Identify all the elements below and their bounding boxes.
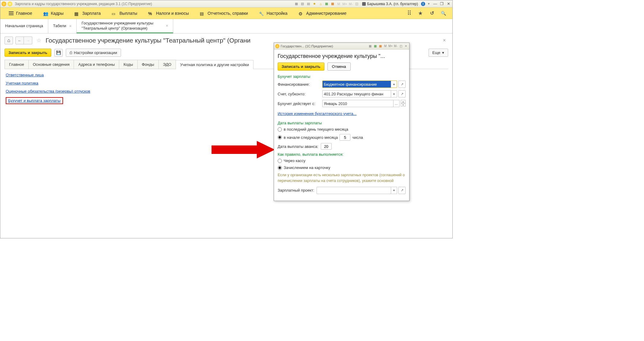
valid-from-input[interactable]: Январь 2010 …	[322, 100, 400, 107]
tb-mplus-btn[interactable]: M+	[342, 2, 347, 6]
tb-tool-1[interactable]: ▦	[294, 2, 299, 6]
nav-vyplaty-label: Выплаты	[120, 11, 137, 16]
save-button[interactable]	[54, 49, 63, 57]
chevron-down-icon: ▾	[442, 50, 444, 55]
subtab-codes[interactable]: Коды	[119, 60, 137, 69]
subtab-edo[interactable]: ЭДО	[158, 60, 176, 69]
financing-combo[interactable]: Бюджетное финансирование ▾	[322, 81, 397, 88]
account-combo[interactable]: 401.20 Расходы текущего финан ▾	[322, 90, 397, 97]
advance-label: Дата выплаты аванса:	[278, 144, 318, 149]
paymethod-radio-cash[interactable]: Через кассу	[278, 158, 406, 163]
nav-zarplata[interactable]: Зарплата	[69, 8, 106, 19]
popup-tb-mminus[interactable]: M-	[394, 44, 398, 48]
more-label: Еще	[432, 50, 440, 55]
valid-from-ellipsis[interactable]: …	[393, 100, 399, 107]
tb-info-drop[interactable]: ▾	[426, 2, 431, 6]
app-dropdown-icon[interactable]	[8, 2, 12, 6]
nav-kadry[interactable]: Кадры	[38, 8, 69, 19]
doctab-tabeli[interactable]: Табели✕	[48, 19, 77, 33]
project-label: Зарплатный проект:	[278, 188, 314, 193]
tb-calc-icon[interactable]: ▦	[324, 2, 329, 6]
popup-save-close[interactable]: Записать и закрыть	[278, 62, 324, 71]
paydate-day-input[interactable]	[340, 134, 350, 141]
nav-nastroyka-label: Настройка	[267, 11, 288, 16]
doctab-org-label: Государственное учреждение культуры "Теа…	[81, 21, 163, 31]
link-reserves[interactable]: Оценочные обязательства (резервы) отпуск…	[6, 89, 90, 94]
popup-tb-1[interactable]: ▦	[368, 44, 372, 48]
popup-tb-cal[interactable]: ▦	[378, 44, 382, 48]
tb-tool-2[interactable]: ▧	[300, 2, 305, 6]
apps-grid-icon[interactable]	[406, 10, 412, 16]
search-icon[interactable]	[440, 10, 446, 16]
tb-mminus-btn[interactable]: M-	[348, 2, 353, 6]
tb-info-icon[interactable]: i	[421, 2, 425, 6]
subtab-main[interactable]: Главное	[5, 60, 29, 69]
project-dropdown-icon[interactable]: ▾	[391, 187, 397, 194]
back-button[interactable]: ←	[15, 37, 24, 44]
account-dropdown-icon[interactable]: ▾	[391, 91, 397, 97]
tb-tool-3[interactable]: ▤	[306, 2, 311, 6]
project-open-button[interactable]: ↗	[398, 187, 406, 194]
history-icon[interactable]	[429, 10, 435, 16]
favorite-star-icon[interactable]: ☆	[37, 37, 41, 44]
valid-from-spinner[interactable]: ▴ ▾	[401, 100, 406, 107]
save-icon	[56, 50, 61, 55]
popup-tb-calc[interactable]: ▦	[373, 44, 377, 48]
nav-vyplaty[interactable]: Выплаты	[106, 8, 143, 19]
nav-admin[interactable]: Администрирование	[293, 8, 352, 19]
doctab-org[interactable]: Государственное учреждение культуры "Теа…	[77, 19, 173, 33]
paydate-radio-last-label: в последний день текущего месяца	[284, 127, 348, 132]
project-combo[interactable]: ▾	[317, 187, 397, 194]
doctab-org-close[interactable]: ✕	[166, 24, 168, 27]
tb-home-icon[interactable]: ⌂	[318, 2, 323, 6]
spinner-up-icon[interactable]: ▴	[401, 100, 406, 103]
doctab-start[interactable]: Начальная страница	[0, 19, 48, 33]
tb-m-btn[interactable]: M	[336, 2, 341, 6]
popup-tb-m[interactable]: M	[383, 44, 387, 48]
paymethod-radio-card[interactable]: Зачислением на карточку	[278, 165, 406, 170]
forward-button[interactable]: →	[24, 37, 32, 44]
save-close-button[interactable]: Записать и закрыть	[5, 49, 51, 57]
spinner-down-icon[interactable]: ▾	[401, 103, 406, 107]
popup-tb-mplus[interactable]: M+	[388, 44, 393, 48]
financing-open-button[interactable]: ↗	[398, 81, 406, 88]
nav-nastroyka[interactable]: Настройка	[253, 8, 293, 19]
tb-calendar-icon[interactable]: ▦	[330, 2, 335, 6]
section-paydate: Дата выплаты зарплаты	[278, 121, 406, 125]
window-close[interactable]: ✕	[446, 2, 451, 6]
section-paymethod: Как правило, выплата выполняется:	[278, 152, 406, 157]
percent-icon	[148, 11, 154, 15]
link-payroll-accounting[interactable]: Бухучет и выплата зарплаты	[8, 98, 61, 103]
popup-cancel[interactable]: Отмена	[327, 62, 351, 71]
subtab-basic[interactable]: Основные сведения	[28, 60, 74, 69]
popup-close[interactable]: ✕	[404, 44, 408, 48]
home-button[interactable]	[5, 37, 13, 44]
nav-main[interactable]: Главное	[3, 8, 38, 19]
link-accounting-policy[interactable]: Учетная политика	[6, 81, 38, 85]
advance-input[interactable]	[321, 143, 332, 150]
popup-restore[interactable]: ◫	[399, 44, 403, 48]
favorites-icon[interactable]	[417, 10, 423, 16]
window-minimize[interactable]: —	[432, 2, 438, 6]
financing-dropdown-icon[interactable]: ▾	[391, 81, 397, 88]
link-responsible[interactable]: Ответственные лица	[6, 73, 44, 77]
popup-window-title: Государствен... (1С:Предприятие)	[281, 44, 333, 48]
subtab-address[interactable]: Адреса и телефоны	[74, 60, 119, 69]
tb-windows-icon[interactable]: ◫	[354, 2, 359, 6]
paymethod-cash-label: Через кассу	[284, 158, 305, 163]
doctab-tabeli-close[interactable]: ✕	[69, 24, 72, 28]
tb-user[interactable]: Барышева З.А. (гл. бухгалтер)	[360, 2, 420, 6]
more-button[interactable]: Еще ▾	[429, 49, 448, 57]
nav-otchet[interactable]: Отчетность, справки	[194, 8, 253, 19]
paydate-radio-last[interactable]: в последний день текущего месяца	[278, 127, 406, 132]
account-open-button[interactable]: ↗	[398, 90, 406, 97]
org-settings-button[interactable]: Настройки организации	[66, 49, 121, 57]
page-close[interactable]: ×	[441, 38, 448, 43]
paydate-radio-next[interactable]: в начале следующего месяца числа	[278, 134, 406, 141]
tb-star-icon[interactable]: ★	[312, 2, 317, 6]
subtab-policy[interactable]: Учетная политика и другие настройки	[176, 60, 253, 69]
history-link[interactable]: История изменения бухгалтерского учета..…	[278, 111, 356, 116]
nav-nalogi[interactable]: Налоги и взносы	[143, 8, 194, 19]
window-restore[interactable]: ❐	[439, 2, 445, 6]
subtab-funds[interactable]: Фонды	[137, 60, 159, 69]
